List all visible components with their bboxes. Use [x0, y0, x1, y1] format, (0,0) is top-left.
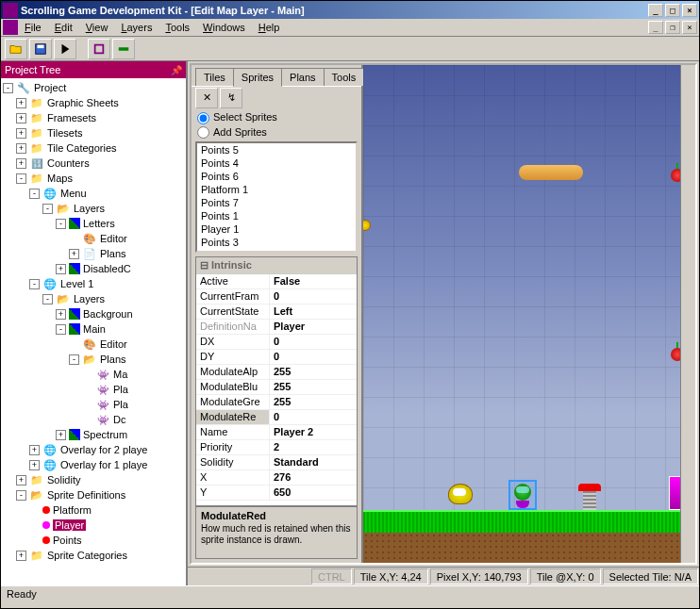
mdi-close-button[interactable]: × [682, 21, 697, 34]
sprite-cherry-2[interactable] [671, 348, 680, 361]
property-row[interactable]: DefinitionNaPlayer [196, 320, 357, 335]
tree-spectrum[interactable]: +Spectrum [3, 427, 186, 442]
menu-windows[interactable]: Windows [196, 20, 252, 35]
sprite-cherry-1[interactable] [671, 169, 680, 182]
tree-plan-dc[interactable]: Dc [3, 412, 186, 427]
tree-overlay1[interactable]: +Overlay for 1 playe [3, 457, 186, 472]
open-button[interactable] [5, 39, 27, 59]
snap-button[interactable]: ↯ [220, 88, 242, 108]
tab-tools[interactable]: Tools [324, 68, 365, 86]
property-row[interactable]: ModulateGre255 [196, 395, 357, 410]
tree-framesets[interactable]: +Framesets [3, 110, 186, 125]
tree-plan-pla2[interactable]: Pla [3, 397, 186, 412]
tree-plan-ma[interactable]: Ma [3, 367, 186, 382]
radio-select-sprites[interactable]: Select Sprites [197, 110, 356, 125]
sprite-list-item[interactable]: Points 4 [197, 156, 356, 170]
tree-project[interactable]: -Project [3, 80, 186, 95]
tree-sprite-defs[interactable]: -Sprite Definitions [3, 487, 186, 502]
run-button[interactable] [54, 39, 76, 59]
tree-overlay2[interactable]: +Overlay for 2 playe [3, 442, 186, 457]
menu-file[interactable]: File [18, 20, 48, 35]
map-canvas[interactable] [363, 65, 680, 563]
radio-add-sprites[interactable]: Add Sprites [197, 125, 356, 140]
sprite-list-item[interactable]: Points 5 [197, 143, 356, 156]
sprite-list-item[interactable]: Player 1 [197, 222, 356, 236]
tree-background[interactable]: +Backgroun [3, 306, 186, 321]
prop-category[interactable]: Intrinsic [196, 257, 357, 274]
menu-edit[interactable]: Edit [48, 20, 79, 35]
sprite-spring[interactable] [578, 484, 601, 510]
tree-graphic-sheets[interactable]: +Graphic Sheets [3, 95, 186, 110]
sprite-listbox[interactable]: Points 5Points 4Points 6Platform 1Points… [195, 141, 358, 253]
tree-points[interactable]: Points [3, 533, 186, 548]
property-row[interactable]: Y650 [196, 486, 357, 501]
save-button[interactable] [29, 39, 52, 59]
tree-level1-layers[interactable]: -Layers [3, 291, 186, 306]
tree-menu[interactable]: -Menu [3, 186, 186, 201]
title-bar: Scrolling Game Development Kit - [Edit M… [1, 1, 699, 19]
status-pixelxy: Pixel X,Y: 140,793 [430, 568, 528, 584]
close-button[interactable]: × [682, 4, 697, 17]
sprite-player-1[interactable] [448, 484, 473, 510]
pin-icon[interactable]: 📌 [171, 65, 182, 75]
tree-disabledc[interactable]: +DisabledC [3, 261, 186, 276]
tab-sprites[interactable]: Sprites [233, 68, 282, 87]
tree-letters[interactable]: -Letters [3, 216, 186, 231]
property-grid[interactable]: Intrinsic ActiveFalseCurrentFram0Current… [195, 256, 358, 506]
property-row[interactable]: DX0 [196, 335, 357, 350]
property-row[interactable]: CurrentFram0 [196, 289, 357, 304]
tree-body[interactable]: -Project +Graphic Sheets +Framesets +Til… [1, 78, 186, 585]
tree-main[interactable]: -Main [3, 321, 186, 337]
tree-level1[interactable]: -Level 1 [3, 276, 186, 291]
delete-sprite-button[interactable]: ✕ [195, 88, 218, 108]
menu-layers[interactable]: Layers [114, 20, 158, 35]
property-row[interactable]: ActiveFalse [196, 274, 357, 289]
tree-tile-categories[interactable]: +Tile Categories [3, 140, 186, 156]
tool-b-button[interactable] [112, 39, 135, 59]
sprite-list-item[interactable]: Points 1 [197, 209, 356, 222]
sprite-list-item[interactable]: Points 2 [197, 249, 356, 253]
tab-plans[interactable]: Plans [281, 68, 325, 86]
tree-counters[interactable]: +Counters [3, 156, 186, 171]
property-row[interactable]: CurrentStateLeft [196, 304, 357, 320]
property-row[interactable]: NamePlayer 2 [196, 425, 357, 440]
property-row[interactable]: DY0 [196, 350, 357, 365]
property-row[interactable]: Priority2 [196, 440, 357, 455]
ground-tiles [363, 510, 680, 533]
sprite-list-item[interactable]: Points 3 [197, 236, 356, 249]
sprite-block[interactable] [669, 476, 680, 510]
tree-plan-pla1[interactable]: Pla [3, 382, 186, 397]
tree-main-plans[interactable]: -Plans [3, 352, 186, 367]
tree-menu-layers[interactable]: -Layers [3, 201, 186, 216]
menu-view[interactable]: View [79, 20, 115, 35]
tree-letters-editor[interactable]: Editor [3, 231, 186, 246]
minimize-button[interactable]: _ [648, 4, 663, 17]
sprite-list-item[interactable]: Points 6 [197, 170, 356, 183]
mdi-minimize-button[interactable]: _ [648, 21, 663, 34]
tree-solidity[interactable]: +Solidity [3, 472, 186, 487]
menu-help[interactable]: Help [252, 20, 287, 35]
tree-maps[interactable]: -Maps [3, 171, 186, 186]
property-row[interactable]: ModulateAlp255 [196, 365, 357, 380]
menu-tools[interactable]: Tools [158, 20, 196, 35]
mdi-restore-button[interactable]: ❐ [665, 21, 680, 34]
property-row[interactable]: X276 [196, 470, 357, 486]
property-row[interactable]: SolidityStandard [196, 455, 357, 470]
tree-platform[interactable]: Platform [3, 502, 186, 518]
tool-a-button[interactable] [88, 39, 110, 59]
sprite-baguette[interactable] [519, 165, 583, 180]
tree-player[interactable]: Player [3, 518, 186, 533]
sprite-list-item[interactable]: Platform 1 [197, 183, 356, 196]
tree-sprite-cat[interactable]: +Sprite Categories [3, 548, 186, 563]
sprite-list-item[interactable]: Points 7 [197, 196, 356, 209]
sprite-coin[interactable] [363, 220, 371, 231]
tree-tilesets[interactable]: +Tilesets [3, 125, 186, 140]
property-row[interactable]: ModulateBlu255 [196, 380, 357, 395]
vertical-scrollbar[interactable] [680, 65, 695, 563]
property-row[interactable]: ModulateRe0 [196, 410, 357, 425]
tree-main-editor[interactable]: Editor [3, 337, 186, 352]
maximize-button[interactable]: □ [665, 4, 680, 17]
sprite-player-2-selected[interactable] [508, 480, 537, 510]
tab-tiles[interactable]: Tiles [195, 68, 234, 86]
tree-letters-plans[interactable]: +Plans [3, 246, 186, 261]
